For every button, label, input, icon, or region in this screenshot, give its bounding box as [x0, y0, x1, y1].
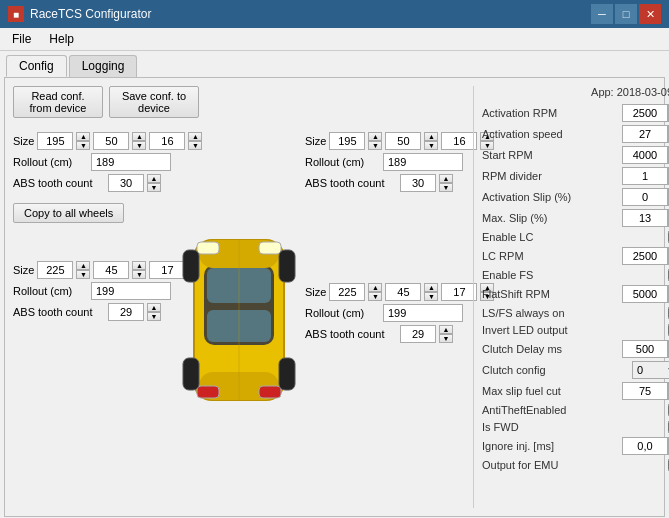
tl-size2-up[interactable]: ▲ — [132, 132, 146, 141]
read-conf-button[interactable]: Read conf. from device — [13, 86, 103, 118]
close-button[interactable]: ✕ — [639, 4, 661, 24]
tr-size1-down[interactable]: ▼ — [368, 141, 382, 150]
svg-rect-12 — [183, 358, 199, 390]
br-abs-label: ABS tooth count — [305, 328, 397, 340]
ignore-inj-label: Ignore inj. [ms] — [482, 440, 622, 452]
tr-size1-input[interactable] — [329, 132, 365, 150]
start-rpm-input[interactable] — [622, 146, 668, 164]
ignore-inj-input[interactable] — [622, 437, 668, 455]
tr-size3-input[interactable] — [441, 132, 477, 150]
tr-size1-up[interactable]: ▲ — [368, 132, 382, 141]
output-emu-label: Output for EMU — [482, 459, 668, 471]
br-size2-up[interactable]: ▲ — [424, 283, 438, 292]
tr-size2-down[interactable]: ▼ — [424, 141, 438, 150]
bl-size2-input[interactable] — [93, 261, 129, 279]
content-area: Read conf. from device Save conf. to dev… — [4, 77, 665, 517]
tr-rollout-input[interactable] — [383, 153, 463, 171]
br-size1-down[interactable]: ▼ — [368, 292, 382, 301]
br-size2-input[interactable] — [385, 283, 421, 301]
copy-btn-container: Copy to all wheels — [13, 203, 173, 223]
tr-size-label: Size — [305, 135, 326, 147]
tl-size2-input[interactable] — [93, 132, 129, 150]
rpm-divider-label: RPM divider — [482, 170, 622, 182]
maximize-button[interactable]: □ — [615, 4, 637, 24]
is-fwd-label: Is FWD — [482, 421, 668, 433]
bl-size2-down[interactable]: ▼ — [132, 270, 146, 279]
rpm-divider-input[interactable] — [622, 167, 668, 185]
tl-size1-up[interactable]: ▲ — [76, 132, 90, 141]
bl-rollout-label: Rollout (cm) — [13, 285, 88, 297]
bl-size1-up[interactable]: ▲ — [76, 261, 90, 270]
car-image — [179, 210, 299, 430]
max-slip-fuel-label: Max slip fuel cut — [482, 385, 622, 397]
svg-rect-13 — [279, 358, 295, 390]
tl-size-label: Size — [13, 135, 34, 147]
menu-help[interactable]: Help — [41, 30, 82, 48]
bl-size1-input[interactable] — [37, 261, 73, 279]
bl-abs-up[interactable]: ▲ — [147, 303, 161, 312]
activation-rpm-input[interactable] — [622, 104, 668, 122]
br-abs-down[interactable]: ▼ — [439, 334, 453, 343]
activation-rpm-label: Activation RPM — [482, 107, 622, 119]
tl-abs-down[interactable]: ▼ — [147, 183, 161, 192]
activation-slip-input[interactable] — [622, 188, 668, 206]
tl-size2-down[interactable]: ▼ — [132, 141, 146, 150]
tr-abs-down[interactable]: ▼ — [439, 183, 453, 192]
tl-rollout-label: Rollout (cm) — [13, 156, 88, 168]
wheel-bottom-right: Size ▲ ▼ ▲ ▼ ▲ — [305, 283, 465, 346]
tab-logging[interactable]: Logging — [69, 55, 138, 77]
max-slip-input[interactable] — [622, 209, 668, 227]
tab-config[interactable]: Config — [6, 55, 67, 77]
enable-fs-label: Enable FS — [482, 269, 668, 281]
wheel-top-right: Size ▲ ▼ ▲ ▼ ▲ — [305, 132, 465, 195]
save-conf-button[interactable]: Save conf. to device — [109, 86, 199, 118]
tl-size1-down[interactable]: ▼ — [76, 141, 90, 150]
menu-file[interactable]: File — [4, 30, 39, 48]
bl-rollout-input[interactable] — [91, 282, 171, 300]
br-size3-input[interactable] — [441, 283, 477, 301]
tr-size2-up[interactable]: ▲ — [424, 132, 438, 141]
minimize-button[interactable]: ─ — [591, 4, 613, 24]
tab-bar: Config Logging — [0, 51, 669, 77]
clutch-config-select[interactable]: 0 — [632, 361, 669, 379]
tl-rollout-input[interactable] — [91, 153, 171, 171]
tl-abs-input[interactable] — [108, 174, 144, 192]
lc-rpm-input[interactable] — [622, 247, 668, 265]
br-abs-input[interactable] — [400, 325, 436, 343]
max-slip-fuel-input[interactable] — [622, 382, 668, 400]
start-rpm-label: Start RPM — [482, 149, 622, 161]
activation-speed-input[interactable] — [622, 125, 668, 143]
svg-rect-9 — [259, 386, 281, 398]
flatshift-rpm-input[interactable] — [622, 285, 668, 303]
bl-abs-input[interactable] — [108, 303, 144, 321]
tr-abs-up[interactable]: ▲ — [439, 174, 453, 183]
tl-abs-label: ABS tooth count — [13, 177, 105, 189]
lc-rpm-label: LC RPM — [482, 250, 622, 262]
svg-rect-11 — [279, 250, 295, 282]
svg-rect-6 — [197, 242, 219, 254]
br-size2-down[interactable]: ▼ — [424, 292, 438, 301]
clutch-delay-input[interactable] — [622, 340, 668, 358]
menu-bar: File Help — [0, 28, 669, 51]
app-date: App: 2018-03-09 — [482, 86, 669, 98]
wheel-bottom-left: Size ▲ ▼ ▲ ▼ ▲ — [13, 261, 173, 324]
tr-abs-input[interactable] — [400, 174, 436, 192]
br-size-label: Size — [305, 286, 326, 298]
bl-size-label: Size — [13, 264, 34, 276]
enable-lc-label: Enable LC — [482, 231, 668, 243]
tr-size2-input[interactable] — [385, 132, 421, 150]
bl-size1-down[interactable]: ▼ — [76, 270, 90, 279]
svg-rect-10 — [183, 250, 199, 282]
br-abs-up[interactable]: ▲ — [439, 325, 453, 334]
br-size1-input[interactable] — [329, 283, 365, 301]
tl-size1-input[interactable] — [37, 132, 73, 150]
copy-to-all-button[interactable]: Copy to all wheels — [13, 203, 124, 223]
bl-abs-down[interactable]: ▼ — [147, 312, 161, 321]
br-rollout-input[interactable] — [383, 304, 463, 322]
bl-size2-up[interactable]: ▲ — [132, 261, 146, 270]
invert-led-label: Invert LED output — [482, 324, 668, 336]
activation-speed-label: Activation speed — [482, 128, 622, 140]
toolbar: Read conf. from device Save conf. to dev… — [13, 86, 465, 118]
tl-abs-up[interactable]: ▲ — [147, 174, 161, 183]
br-size1-up[interactable]: ▲ — [368, 283, 382, 292]
